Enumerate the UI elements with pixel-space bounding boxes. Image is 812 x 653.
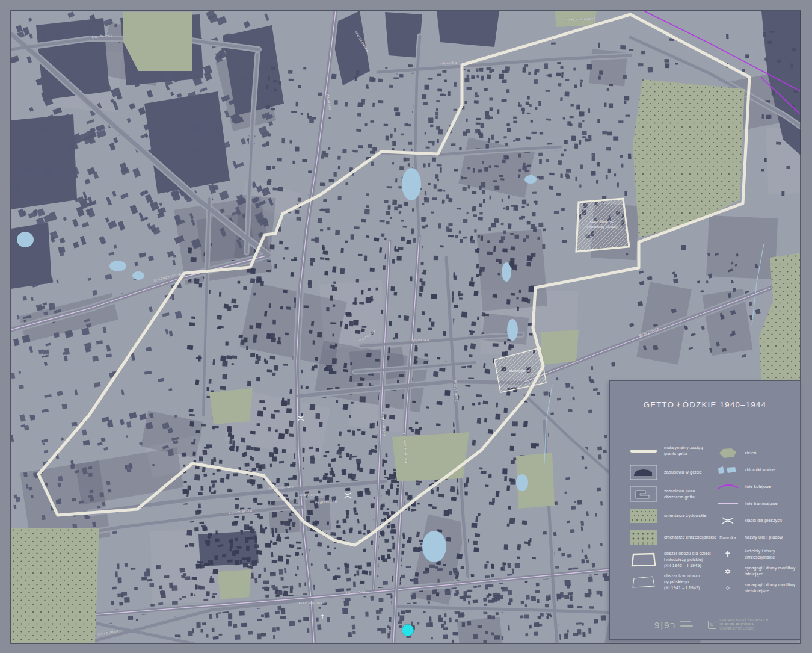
railway-swatch xyxy=(716,481,740,493)
legend-item-label: zabudowa pozaobszarem getta xyxy=(659,488,695,500)
credit-line: im. Filipa Friedmana xyxy=(720,623,769,627)
lodz-ghetto-map-page: obóz dla dziecii młodzieży polskiejobóz … xyxy=(0,0,812,653)
legend-item-label: obszar tzw. obozucygańskiego(XI 1941 – I… xyxy=(659,573,700,590)
university-logo: U Centrum Badań Żydowskich im. Filipa Fr… xyxy=(708,619,769,631)
legend-item-building-ghetto: zabudowa w getcie xyxy=(628,464,718,481)
university-logo-mark: U xyxy=(708,621,716,629)
legend-item-label: linie tramwajowe xyxy=(740,501,778,507)
cemetery-jewish-swatch xyxy=(628,507,659,524)
project-logo-glyphs: ר9|9 xyxy=(654,621,677,630)
project-logo: ר9|9 xyxy=(654,621,695,630)
legend-item-green: zieleń xyxy=(716,447,800,459)
legend-item-street-name: Dworskanazwy ulic i placów xyxy=(716,531,800,543)
legend-item-label: zabudowa w getcie xyxy=(659,469,702,475)
legend-panel: GETTO ŁÓDZKIE 1940–1944 maksymalny zasię… xyxy=(609,380,801,640)
legend-item-label: nazwy ulic i placów xyxy=(740,534,783,540)
water-swatch xyxy=(716,464,740,476)
building-ghetto-swatch xyxy=(628,464,659,481)
camp-children-swatch xyxy=(628,551,659,568)
legend-item-synagogue-nonexisting: ✡synagogi i domy modlitwynieistniejące xyxy=(716,582,800,594)
svg-text:obóz cygański: obóz cygański xyxy=(509,369,531,373)
svg-text:i młodzieży polskiej: i młodzieży polskiej xyxy=(586,225,617,229)
legend-item-synagogue-existing: ✡synagogi i domy modlitwyistniejące xyxy=(716,565,800,577)
legend-item-railway: linie kolejowe xyxy=(716,481,800,493)
legend-item-boundary: maksymalny zasięggranic getta xyxy=(628,442,718,459)
street-label: Dworska xyxy=(413,337,429,342)
synagogue-existing-swatch: ✡ xyxy=(716,565,740,577)
boundary-swatch xyxy=(628,442,659,459)
legend-item-building-outside: zabudowa pozaobszarem getta xyxy=(628,486,718,503)
legend-item-footbridge: kładki dla pieszych xyxy=(716,515,800,527)
legend-item-label: synagogi i domy modlitwyistniejące xyxy=(740,565,796,577)
legend-item-water: zbiorniki wodne xyxy=(716,464,800,476)
legend-item-label: synagogi i domy modlitwynieistniejące xyxy=(740,582,796,594)
legend-item-label: cmentarze żydowskie xyxy=(659,513,707,519)
green-swatch xyxy=(716,447,740,459)
street-name-swatch: Dworska xyxy=(716,531,740,543)
legend-item-label: maksymalny zasięggranic getta xyxy=(659,445,703,457)
university-logo-text: Centrum Badań Żydowskich im. Filipa Frie… xyxy=(720,619,769,631)
project-logo-text-lines xyxy=(680,621,695,628)
map-title: GETTO ŁÓDZKIE 1940–1944 xyxy=(610,400,800,409)
legend-item-church: ✝kościoły i zborychrześcijańskie xyxy=(716,548,800,560)
legend-item-tramway: linie tramwajowe xyxy=(716,498,800,510)
legend-item-camp-children: obszar obozu dla dziecii młodzieży polsk… xyxy=(628,551,718,568)
legend-item-label: kładki dla pieszych xyxy=(740,518,782,524)
legend-item-cemetery-christian: cmentarze chrześcijańskie xyxy=(628,529,718,546)
church-swatch: ✝ xyxy=(716,548,740,560)
cemetery-christian-swatch xyxy=(628,529,659,546)
street-label: Stary Rynek xyxy=(299,492,323,497)
credit-line: Centrum Badań Żydowskich xyxy=(720,619,769,622)
legend-item-cemetery-jewish: cmentarze żydowskie xyxy=(628,507,718,524)
building-outside-swatch xyxy=(628,486,659,503)
legend-item-label: obszar obozu dla dziecii młodzieży polsk… xyxy=(659,551,711,568)
legend-item-label: linie kolejowe xyxy=(740,484,771,490)
legend-item-label: kościoły i zborychrześcijańskie xyxy=(740,548,775,560)
legend-item-label: zbiorniki wodne xyxy=(740,467,775,473)
credits-row: ר9|9 U Centrum Badań Żydowskich im. Fili… xyxy=(654,619,768,631)
camp-gypsy-swatch xyxy=(628,574,659,590)
location-marker[interactable] xyxy=(402,624,414,636)
legend-item-label: zieleń xyxy=(740,450,757,456)
synagogue-nonexisting-swatch: ✡ xyxy=(716,582,740,594)
legend-item-camp-gypsy: obszar tzw. obozucygańskiego(XI 1941 – I… xyxy=(628,573,718,590)
legend-item-label: cmentarze chrześcijańskie xyxy=(659,534,716,540)
street-label: Plac Wolności xyxy=(298,601,325,605)
svg-text:obóz dla dzieci: obóz dla dzieci xyxy=(590,220,614,223)
tramway-swatch xyxy=(716,498,740,510)
legend-column-left: maksymalny zasięggranic gettazabudowa w … xyxy=(628,442,718,596)
footbridge-swatch xyxy=(716,515,740,527)
legend-column-right: zieleńzbiorniki wodnelinie kolejowelinie… xyxy=(716,447,800,599)
credit-line: Uniwersytet Łódzki xyxy=(720,627,769,631)
